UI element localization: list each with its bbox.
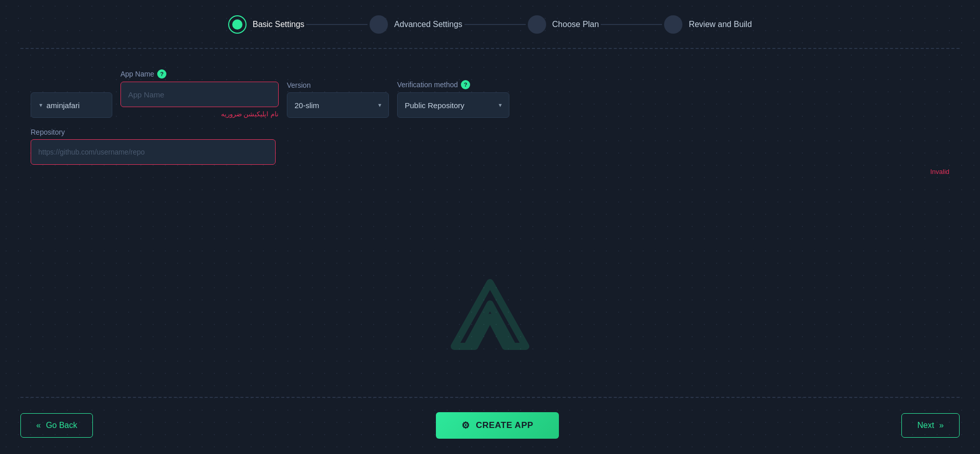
version-value: 20-slim <box>295 101 319 110</box>
step-circle-advanced <box>370 15 388 34</box>
step-label-review: Review and Build <box>689 20 752 29</box>
bottom-actions: « Go Back ⚙ CREATE APP Next » <box>20 412 960 439</box>
app-name-error: نام اپلیکیشن ضروریه <box>120 110 279 118</box>
user-selector[interactable]: ▾ aminjafari <box>31 92 112 118</box>
app-name-help-icon[interactable]: ? <box>157 69 166 79</box>
gear-icon: ⚙ <box>461 420 470 431</box>
repository-field-group: Repository Invalid <box>31 128 949 175</box>
verification-help-icon[interactable]: ? <box>461 80 470 89</box>
app-name-label: App Name ? <box>120 69 279 79</box>
repository-input[interactable] <box>31 139 276 165</box>
step-label-basic: Basic Settings <box>253 20 304 29</box>
verification-label: Verification method ? <box>397 80 509 89</box>
step-review-build[interactable]: Review and Build <box>664 15 752 34</box>
step-label-advanced: Advanced Settings <box>394 20 462 29</box>
next-button[interactable]: Next » <box>901 413 960 438</box>
create-app-label: CREATE APP <box>476 420 533 431</box>
version-label: Version <box>287 81 389 89</box>
version-chevron-icon: ▾ <box>378 102 381 109</box>
step-circle-basic <box>228 15 247 34</box>
step-basic-settings[interactable]: Basic Settings <box>228 15 304 34</box>
app-name-input[interactable] <box>120 82 279 107</box>
verification-field-group: Verification method ? Public Repository … <box>397 80 509 118</box>
user-selector-chevron: ▾ <box>39 102 42 109</box>
next-label: Next <box>917 421 934 430</box>
bottom-section: « Go Back ⚙ CREATE APP Next » <box>0 397 980 454</box>
step-circle-review <box>664 15 682 34</box>
verification-value: Public Repository <box>405 101 464 110</box>
step-connector-1 <box>306 24 368 25</box>
go-back-label: Go Back <box>46 421 77 430</box>
form-row-2: Repository Invalid <box>31 128 949 175</box>
version-field-group: Version 20-slim ▾ <box>287 81 389 118</box>
content-area: ▾ aminjafari App Name ? نام اپلیکیشن ضرو… <box>0 49 980 397</box>
bottom-divider <box>20 397 960 398</box>
stepper: Basic Settings Advanced Settings Choose … <box>0 0 980 48</box>
create-app-button[interactable]: ⚙ CREATE APP <box>436 412 559 439</box>
go-back-button[interactable]: « Go Back <box>20 413 93 438</box>
page-wrapper: Basic Settings Advanced Settings Choose … <box>0 0 980 454</box>
step-connector-3 <box>601 24 662 25</box>
user-selector-value: aminjafari <box>46 101 80 110</box>
go-back-chevron-icon: « <box>36 421 41 430</box>
step-circle-plan <box>528 15 546 34</box>
verification-dropdown[interactable]: Public Repository ▾ <box>397 92 509 118</box>
app-name-field-group: App Name ? نام اپلیکیشن ضروریه <box>120 69 279 118</box>
step-connector-2 <box>464 24 526 25</box>
step-advanced-settings[interactable]: Advanced Settings <box>370 15 462 34</box>
form-row-1: ▾ aminjafari App Name ? نام اپلیکیشن ضرو… <box>31 69 949 118</box>
next-chevron-icon: » <box>939 421 944 430</box>
step-label-plan: Choose Plan <box>552 20 599 29</box>
repository-label: Repository <box>31 128 949 136</box>
watermark-logo <box>439 272 541 366</box>
repository-error: Invalid <box>31 168 949 175</box>
version-dropdown[interactable]: 20-slim ▾ <box>287 92 389 118</box>
step-choose-plan[interactable]: Choose Plan <box>528 15 599 34</box>
verification-chevron-icon: ▾ <box>499 102 502 109</box>
